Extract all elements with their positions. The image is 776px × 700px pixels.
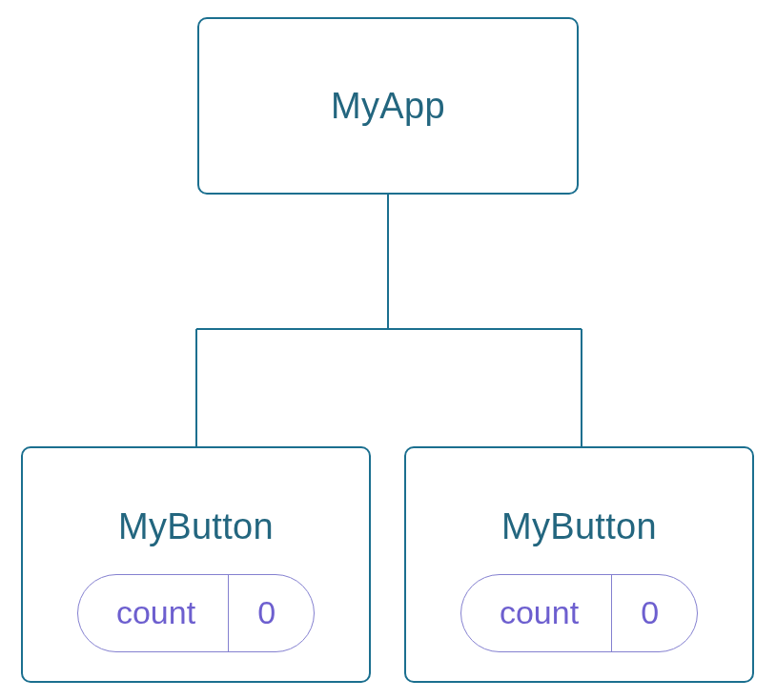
child-node-mybutton-right: MyButton count 0 [404,446,754,683]
state-name: count [78,575,229,651]
child-node-label: MyButton [118,506,274,547]
state-value: 0 [229,575,314,651]
state-pill: count 0 [77,574,315,652]
child-node-label: MyButton [501,506,657,547]
child-node-mybutton-left: MyButton count 0 [21,446,371,683]
state-value: 0 [612,575,697,651]
state-pill: count 0 [460,574,698,652]
root-node-myapp: MyApp [197,17,579,195]
root-node-label: MyApp [331,86,445,127]
state-name: count [461,575,612,651]
component-tree-diagram: MyApp MyButton count 0 MyButton count 0 [0,0,776,700]
